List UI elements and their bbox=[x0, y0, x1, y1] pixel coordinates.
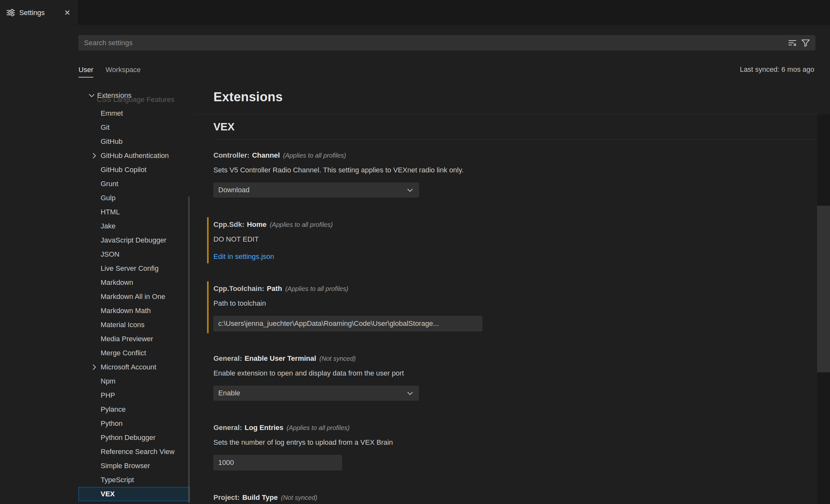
toc-item-label: Microsoft Account bbox=[101, 363, 156, 371]
setting-title: General:Log Entries(Applies to all profi… bbox=[214, 423, 815, 433]
setting-description: Sets the number of log entrys to upload … bbox=[214, 438, 815, 447]
scrollbar-thumb[interactable] bbox=[817, 206, 830, 372]
toc-item-gulp[interactable]: Gulp bbox=[78, 191, 190, 205]
toc-item-pylance[interactable]: Pylance bbox=[78, 403, 190, 416]
setting-title: Controller:Channel(Applies to all profil… bbox=[214, 151, 815, 160]
toc-item-label: JavaScript Debugger bbox=[101, 236, 166, 245]
setting-description: Sets V5 Controller Radio Channel. This s… bbox=[214, 165, 815, 175]
setting-control bbox=[214, 316, 815, 331]
dropdown-value: Enable bbox=[218, 389, 241, 397]
setting-category: Project: bbox=[214, 494, 240, 501]
toc-item-markdown[interactable]: Markdown bbox=[78, 276, 190, 290]
toc-item-github[interactable]: GitHub bbox=[78, 134, 190, 149]
toc-item-github-copilot[interactable]: GitHub Copilot bbox=[78, 163, 190, 177]
scrollbar-track bbox=[817, 115, 830, 504]
toc-item-reference-search-view[interactable]: Reference Search View bbox=[78, 445, 190, 459]
toc-item-material-icons[interactable]: Material Icons bbox=[78, 318, 190, 332]
toc-item-label: Python Debugger bbox=[101, 434, 155, 442]
toc-item-label: Gulp bbox=[101, 194, 115, 202]
toc-item-label: GitHub bbox=[101, 137, 122, 146]
toc-item-live-server-config[interactable]: Live Server Config bbox=[78, 261, 190, 276]
toc-item-markdown-math[interactable]: Markdown Math bbox=[78, 304, 190, 318]
toc-item-npm[interactable]: Npm bbox=[78, 374, 190, 388]
toc-item-label: Reference Search View bbox=[101, 448, 174, 456]
setting-scope: (Applies to all profiles) bbox=[270, 221, 333, 228]
setting-scope: (Applies to all profiles) bbox=[287, 424, 350, 431]
toc-item-label: Git bbox=[101, 123, 109, 132]
toc-item-label: Material Icons bbox=[101, 321, 145, 329]
toc-item-grunt[interactable]: Grunt bbox=[78, 177, 190, 191]
toc-group-extensions[interactable]: Extensions bbox=[78, 88, 190, 102]
toc-item-github-authentication[interactable]: GitHub Authentication bbox=[78, 149, 190, 163]
settings-sliders-icon bbox=[6, 8, 15, 17]
toc-item-label: Grunt bbox=[101, 180, 118, 188]
toc-item-microsoft-account[interactable]: Microsoft Account bbox=[78, 360, 190, 374]
chevron-down-icon bbox=[406, 389, 414, 397]
setting-description: Path to toolchain bbox=[214, 298, 815, 308]
setting-title: General:Enable User Terminal(Not synced) bbox=[214, 354, 815, 363]
toc-item-html[interactable]: HTML bbox=[78, 205, 190, 219]
toc-item-media-previewer[interactable]: Media Previewer bbox=[78, 332, 190, 346]
toc-item-label: Npm bbox=[101, 377, 115, 385]
toc-item-typescript[interactable]: TypeScript bbox=[78, 473, 190, 487]
setting-description: Enable extension to open and display dat… bbox=[214, 369, 815, 378]
settings-list: VEX Controller:Channel(Applies to all pr… bbox=[214, 120, 815, 504]
settings-editor: User Workspace Last synced: 6 mos ago Ex… bbox=[0, 26, 830, 504]
toc-item-label: Merge Conflict bbox=[101, 349, 146, 357]
tab-settings[interactable]: Settings ✕ bbox=[0, 0, 78, 25]
setting-key: Build Type bbox=[242, 494, 278, 501]
toc-item-label: PHP bbox=[101, 391, 115, 400]
toc-item-json[interactable]: JSON bbox=[78, 247, 190, 261]
filter-icon[interactable] bbox=[800, 37, 812, 49]
setting-entry: General:Enable User Terminal(Not synced)… bbox=[214, 354, 815, 401]
setting-description: DO NOT EDIT bbox=[214, 234, 815, 244]
toc-item-vex[interactable]: VEX bbox=[78, 487, 190, 501]
tab-user[interactable]: User bbox=[78, 62, 93, 77]
toc-item-label: HTML bbox=[101, 208, 120, 216]
toc-item-merge-conflict[interactable]: Merge Conflict bbox=[78, 346, 190, 360]
chevron-down-icon bbox=[88, 91, 96, 100]
search-input[interactable] bbox=[84, 39, 785, 47]
toc-item-javascript-debugger[interactable]: JavaScript Debugger bbox=[78, 233, 190, 247]
toc-item-php[interactable]: PHP bbox=[78, 388, 190, 403]
toc-item-markdown-all-in-one[interactable]: Markdown All in One bbox=[78, 290, 190, 304]
toc-group-label: Extensions bbox=[97, 91, 132, 100]
toc-item-label: TypeScript bbox=[101, 476, 134, 484]
setting-control: Enable bbox=[214, 386, 815, 401]
setting-dropdown[interactable]: Download bbox=[214, 183, 419, 197]
toc-item-python[interactable]: Python bbox=[78, 416, 190, 431]
setting-dropdown[interactable]: Enable bbox=[214, 386, 419, 401]
last-synced-label: Last synced: 6 mos ago bbox=[740, 62, 814, 77]
toc-item-label: Media Previewer bbox=[101, 335, 153, 343]
toc-item-emmet[interactable]: Emmet bbox=[78, 106, 190, 121]
chevron-right-icon bbox=[90, 152, 98, 160]
page-title: Extensions bbox=[214, 90, 283, 104]
tab-label: Settings bbox=[19, 9, 58, 17]
toc-item-jake[interactable]: Jake bbox=[78, 219, 190, 233]
settings-toc: Extensions CSS Language Features Emmet G… bbox=[78, 88, 190, 504]
clear-filters-icon[interactable] bbox=[786, 37, 798, 49]
toc-item-simple-browser[interactable]: Simple Browser bbox=[78, 459, 190, 473]
toc-scrollbar[interactable] bbox=[188, 196, 190, 503]
chevron-right-icon bbox=[90, 363, 98, 371]
setting-entry: Cpp.Sdk:Home(Applies to all profiles) DO… bbox=[214, 220, 815, 261]
setting-entry: Cpp.Toolchain:Path(Applies to all profil… bbox=[214, 284, 815, 331]
setting-control bbox=[214, 455, 815, 470]
setting-title: Cpp.Toolchain:Path(Applies to all profil… bbox=[214, 284, 815, 293]
toc-item-label: GitHub Authentication bbox=[101, 152, 169, 160]
toc-item-git[interactable]: Git bbox=[78, 121, 190, 134]
toc-item-label: Jake bbox=[101, 222, 115, 230]
setting-key: Home bbox=[247, 220, 267, 228]
toc-item-label: Pylance bbox=[101, 405, 126, 414]
editor-tab-bar: Settings ✕ bbox=[0, 0, 830, 25]
tab-workspace[interactable]: Workspace bbox=[105, 62, 141, 77]
close-icon[interactable]: ✕ bbox=[62, 7, 73, 18]
toc-item-label: VEX bbox=[101, 490, 115, 498]
edit-in-settings-json-link[interactable]: Edit in settings.json bbox=[214, 252, 274, 261]
setting-text-input[interactable] bbox=[214, 455, 342, 470]
section-title: VEX bbox=[214, 120, 815, 134]
setting-key: Channel bbox=[252, 151, 280, 159]
toc-item-python-debugger[interactable]: Python Debugger bbox=[78, 431, 190, 445]
chevron-down-icon bbox=[406, 186, 414, 194]
setting-text-input[interactable] bbox=[214, 316, 482, 331]
